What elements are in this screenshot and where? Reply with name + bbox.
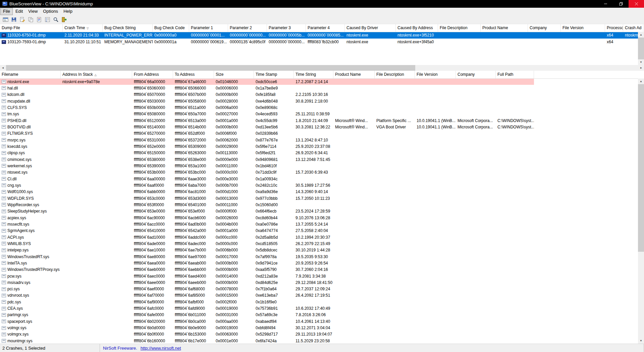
toolbar-button-properties[interactable]	[44, 16, 51, 23]
scroll-left-arrow[interactable]: ◄	[0, 65, 6, 71]
toolbar-button-exit[interactable]	[60, 16, 68, 23]
crash-row[interactable]: 110320-6750-01.dmp2.11.2020 21:04:33INTE…	[0, 32, 638, 39]
driver-row[interactable]: msisadrv.sysfffff804`6aee0000fffff804`6a…	[0, 279, 534, 286]
driver-row[interactable]: WppRecorder.sysfffff804`653f0000fffff804…	[0, 201, 534, 208]
driver-row[interactable]: CLFS.SYSfffff804`650b0000fffff804`6511a0…	[0, 104, 534, 111]
driver-row[interactable]: WDFLDR.SYSfffff804`653c0000fffff804`653d…	[0, 195, 534, 201]
scroll-up-arrow[interactable]: ▲	[638, 32, 644, 38]
menu-edit[interactable]: Edit	[13, 8, 25, 15]
close-button[interactable]	[629, 0, 644, 8]
toolbar-button-find[interactable]	[52, 16, 59, 23]
nirsoft-url-link[interactable]: http://www.nirsoft.net	[141, 346, 181, 351]
column-header-company[interactable]: Company	[456, 71, 496, 78]
driver-row[interactable]: mountmgr.sysfffff804`6b160000fffff804`6b…	[0, 338, 534, 344]
scroll-up-arrow[interactable]: ▲	[638, 78, 644, 84]
driver-row[interactable]: cmimcext.sysfffff804`65380000fffff804`65…	[0, 156, 534, 163]
crash-row[interactable]: 103120-7593-01.dmp31.10.2020 11:10:51MEM…	[0, 39, 638, 45]
driver-row[interactable]: pdc.sysfffff804`6af90000fffff804`6afbf00…	[0, 299, 534, 305]
scroll-down-arrow[interactable]: ▼	[638, 338, 644, 344]
driver-row[interactable]: msrpc.sysfffff804`65310000fffff804`65372…	[0, 137, 534, 143]
column-header-filename[interactable]: Filename	[0, 71, 61, 78]
driver-row[interactable]: pcw.sysfffff804`6aec0000fffff804`6aed400…	[0, 273, 534, 279]
column-header-file-version[interactable]: File Version	[415, 71, 456, 78]
scrollbar-track[interactable]	[638, 252, 644, 338]
column-header-time-string[interactable]: Time String	[294, 71, 333, 78]
column-header-file-description[interactable]: File Description	[438, 24, 481, 32]
column-header-parameter-2[interactable]: Parameter 2	[228, 24, 267, 32]
driver-row[interactable]: WindowsTrustedRTProxy.sysfffff804`6aeb00…	[0, 267, 534, 273]
driver-row[interactable]: ntoskrnl.exentoskrnl.exe+9a078efffff804`…	[0, 78, 534, 85]
column-header-from-address[interactable]: From Address	[132, 71, 173, 78]
minimize-button[interactable]	[598, 0, 613, 8]
column-header-dump-file[interactable]: Dump File	[0, 24, 63, 32]
toolbar-button-save[interactable]	[10, 16, 17, 23]
column-header-crash-time[interactable]: Crash Time▽	[63, 24, 103, 32]
column-header-caused-by-address[interactable]: Caused By Address	[396, 24, 438, 32]
driver-row[interactable]: mcupdate.dllfffff804`65030000fffff804`65…	[0, 98, 534, 104]
column-header-product-name[interactable]: Product Name	[333, 71, 375, 78]
column-header-company[interactable]: Company	[528, 24, 561, 32]
driver-row[interactable]: volmgrx.sysfffff804`6b0f0000fffff804`6b1…	[0, 331, 534, 338]
driver-row[interactable]: tm.sysfffff804`65080000fffff804`650a7000…	[0, 111, 534, 117]
driver-row[interactable]: ntosext.sysfffff804`653b0000fffff804`653…	[0, 169, 534, 176]
driver-list-vertical-scrollbar[interactable]: ▲ ▼	[638, 78, 644, 344]
driver-row[interactable]: CEA.sysfffff804`6afc0000fffff804`6afd900…	[0, 305, 534, 311]
scrollbar-thumb[interactable]	[638, 84, 644, 252]
driver-row[interactable]: CI.dllfffff804`6aa00000fffff804`6aae3000…	[0, 176, 534, 182]
driver-row[interactable]: acpiex.sysfffff804`6ac90000fffff804`6acb…	[0, 215, 534, 221]
driver-row[interactable]: clipsp.sysfffff804`65150000fffff804`6526…	[0, 150, 534, 156]
driver-row[interactable]: IntelTA.sysfffff804`6aea0000fffff804`6ae…	[0, 260, 534, 266]
driver-row[interactable]: ACPI.sysfffff804`6ad10000fffff804`6addc0…	[0, 234, 534, 240]
column-header-product-name[interactable]: Product Name	[481, 24, 528, 32]
driver-row[interactable]: PSHED.dllfffff804`65120000fffff804`6513a…	[0, 117, 534, 124]
driver-row[interactable]: WindowsTrustedRT.sysfffff804`6ae80000fff…	[0, 253, 534, 260]
menu-file[interactable]: File	[0, 8, 13, 15]
driver-row[interactable]: kdcom.dllfffff804`65070000fffff804`6507b…	[0, 92, 534, 98]
driver-row[interactable]: volmgr.sysfffff804`6b0d0000fffff804`6b0e…	[0, 325, 534, 331]
horizontal-scrollbar[interactable]: ◄ ►	[0, 65, 644, 71]
driver-row[interactable]: WMILIB.SYSfffff804`6ade0000fffff804`6ade…	[0, 240, 534, 247]
scroll-down-arrow[interactable]: ▼	[638, 59, 644, 65]
crash-list-vertical-scrollbar[interactable]: ▲ ▼	[638, 32, 644, 65]
column-header-full-path[interactable]: Full Path	[496, 71, 534, 78]
column-header-file-description[interactable]: File Description	[375, 71, 415, 78]
column-header-address-in-stack[interactable]: Address In Stack△	[61, 71, 132, 78]
driver-row[interactable]: vdrvroot.sysfffff804`6af70000fffff804`6a…	[0, 292, 534, 299]
column-header-bug-check-string[interactable]: Bug Check String	[103, 24, 153, 32]
column-header-processor[interactable]: Processor	[605, 24, 623, 32]
driver-row[interactable]: Wdf01000.sysfffff804`6abb0000fffff804`6a…	[0, 189, 534, 195]
driver-row[interactable]: intelpep.sysfffff804`6ae10000fffff804`6a…	[0, 247, 534, 253]
driver-row[interactable]: spaceport.sysfffff804`6b020000fffff804`6…	[0, 318, 534, 325]
app-icon[interactable]	[2, 1, 7, 6]
driver-row[interactable]: FLTMGR.SYSfffff804`65270000fffff804`652d…	[0, 130, 534, 137]
restore-button[interactable]	[613, 0, 629, 8]
toolbar-button-copy[interactable]	[27, 16, 34, 23]
menu-view[interactable]: View	[25, 8, 40, 15]
driver-row[interactable]: hal.dllfffff804`65060000fffff804`6506600…	[0, 85, 534, 91]
driver-row[interactable]: BOOTVID.dllfffff804`65140000fffff804`651…	[0, 124, 534, 130]
column-header-parameter-4[interactable]: Parameter 4	[306, 24, 345, 32]
column-header-size[interactable]: Size	[214, 71, 254, 78]
menu-options[interactable]: Options	[40, 8, 61, 15]
column-header-crash-ad[interactable]: Crash Ad	[623, 24, 643, 32]
column-header-bug-check-code[interactable]: Bug Check Code	[153, 24, 189, 32]
column-header-file-version[interactable]: File Version	[561, 24, 605, 32]
column-header-time-stamp[interactable]: Time Stamp	[254, 71, 294, 78]
driver-row[interactable]: werkernel.sysfffff804`65390000fffff804`6…	[0, 163, 534, 169]
toolbar-button-advanced-options[interactable]	[2, 16, 9, 23]
driver-row[interactable]: SleepStudyHelper.sysfffff804`653e0000fff…	[0, 208, 534, 215]
titlebar[interactable]: BlueScreenView - C:\WINDOWS\Minidump	[0, 0, 644, 8]
horizontal-scrollbar-thumb[interactable]	[6, 65, 415, 71]
column-header-to-address[interactable]: To Address	[173, 71, 214, 78]
scroll-right-arrow[interactable]: ►	[638, 65, 644, 71]
driver-row[interactable]: pci.sysfffff804`6aef0000fffff804`6af6800…	[0, 286, 534, 292]
column-header-caused-by-driver[interactable]: Caused By Driver	[345, 24, 396, 32]
driver-row[interactable]: cng.sysfffff804`6aaf0000fffff804`6aba700…	[0, 182, 534, 188]
toolbar-button-html-report[interactable]	[35, 16, 43, 23]
driver-row[interactable]: mssecflt.sysfffff804`6acc0000fffff804`6a…	[0, 221, 534, 227]
driver-row[interactable]: SgrmAgent.sysfffff804`65410000fffff804`6…	[0, 228, 534, 234]
driver-row[interactable]: partmgr.sysfffff804`6afe0000fffff804`6b0…	[0, 312, 534, 318]
column-header-parameter-1[interactable]: Parameter 1	[189, 24, 228, 32]
menu-help[interactable]: Help	[61, 8, 75, 15]
column-header-parameter-3[interactable]: Parameter 3	[267, 24, 306, 32]
